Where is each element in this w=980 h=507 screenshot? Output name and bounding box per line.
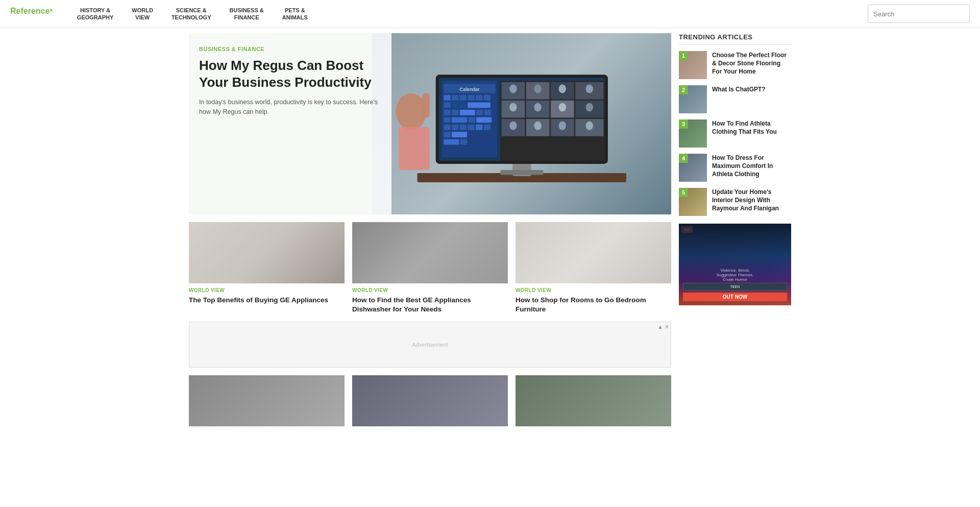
cards-grid: WORLD VIEW The Top Benefits of Buying GE… xyxy=(189,222,671,314)
svg-point-55 xyxy=(509,103,517,112)
nav-world-view[interactable]: WORLD VIEW xyxy=(122,0,162,28)
search-button[interactable]: 🔍 xyxy=(964,9,970,19)
svg-rect-11 xyxy=(468,95,474,101)
svg-rect-14 xyxy=(444,102,450,108)
svg-point-56 xyxy=(534,103,541,112)
sidebar-ad: AD Violence, Blood,Suggestive Themes,Cru… xyxy=(679,224,791,305)
hero-illustration: Calendar xyxy=(380,38,664,210)
ad-cta[interactable]: OUT NOW xyxy=(683,293,787,301)
trending-item-4[interactable]: 4 How To Dress For Maximum Comfort In At… xyxy=(679,154,791,182)
svg-point-60 xyxy=(534,122,541,130)
trending-item-3-thumb: 3 xyxy=(679,119,707,148)
search-box: 🔍 xyxy=(868,5,970,23)
card-2-image xyxy=(352,222,508,283)
trending-text-3: How To Find Athleta Clothing That Fits Y… xyxy=(712,119,791,136)
site-logo[interactable]: Reference* xyxy=(10,7,53,21)
nav-science-technology[interactable]: SCIENCE & TECHNOLOGY xyxy=(162,0,220,28)
nav-history-geography[interactable]: HISTORY & GEOGRAPHY xyxy=(68,0,123,28)
main-container: BUSINESS & FINANCE How My Regus Can Boos… xyxy=(184,28,796,434)
svg-point-63 xyxy=(396,93,426,130)
sidebar-ad-inner: AD Violence, Blood,Suggestive Themes,Cru… xyxy=(679,224,791,305)
svg-rect-33 xyxy=(483,125,490,130)
svg-point-54 xyxy=(585,84,593,93)
content-area: BUSINESS & FINANCE How My Regus Can Boos… xyxy=(189,33,671,434)
card-2-title: How to Find the Best GE Appliances Dishw… xyxy=(352,296,508,314)
search-input[interactable] xyxy=(868,10,964,18)
svg-rect-21 xyxy=(459,110,475,115)
svg-text:Calendar: Calendar xyxy=(459,86,480,91)
svg-rect-22 xyxy=(476,110,483,115)
svg-rect-32 xyxy=(476,125,482,130)
bottom-cards-grid xyxy=(189,375,671,426)
bottom-card-2-image xyxy=(352,375,508,426)
svg-rect-37 xyxy=(460,139,467,145)
bottom-card-3[interactable] xyxy=(516,375,671,426)
ad-label: Advertisement xyxy=(412,342,448,348)
svg-point-61 xyxy=(558,122,566,130)
svg-rect-65 xyxy=(422,93,429,117)
trending-num-2: 2 xyxy=(679,85,688,94)
card-2-category: WORLD VIEW xyxy=(352,287,508,293)
trending-item-1-thumb: 1 xyxy=(679,51,707,79)
hero-description: In today's business world, productivity … xyxy=(199,98,381,117)
svg-rect-36 xyxy=(444,139,459,145)
nav-pets-animals[interactable]: PETS & ANIMALS xyxy=(273,0,317,28)
svg-rect-9 xyxy=(452,95,458,101)
svg-rect-13 xyxy=(483,95,490,101)
svg-point-53 xyxy=(558,84,566,93)
ad-rating: TEEN xyxy=(683,283,787,291)
svg-rect-29 xyxy=(452,125,458,130)
main-nav: HISTORY & GEOGRAPHY WORLD VIEW SCIENCE &… xyxy=(68,0,868,28)
svg-rect-23 xyxy=(484,110,491,115)
hero-image-placeholder: Calendar xyxy=(372,33,671,214)
svg-point-62 xyxy=(585,122,593,130)
card-1[interactable]: WORLD VIEW The Top Benefits of Buying GE… xyxy=(189,222,345,314)
bottom-card-1[interactable] xyxy=(189,375,345,426)
trending-num-5: 5 xyxy=(679,188,688,197)
ad-close-button[interactable]: ▲ ✕ xyxy=(657,324,669,330)
hero-section[interactable]: BUSINESS & FINANCE How My Regus Can Boos… xyxy=(189,33,671,214)
svg-rect-64 xyxy=(399,127,429,170)
logo-symbol: * xyxy=(50,7,52,15)
svg-rect-15 xyxy=(452,102,458,108)
svg-point-57 xyxy=(558,103,566,112)
card-3[interactable]: WORLD VIEW How to Shop for Rooms to Go B… xyxy=(516,222,671,314)
ad-content-warning: Violence, Blood,Suggestive Themes,Crude … xyxy=(683,268,787,282)
svg-rect-19 xyxy=(444,110,450,115)
trending-item-1[interactable]: 1 Choose The Perfect Floor & Decor Stone… xyxy=(679,51,791,79)
svg-rect-12 xyxy=(476,95,482,101)
card-1-image xyxy=(189,222,345,283)
hero-text-overlay: BUSINESS & FINANCE How My Regus Can Boos… xyxy=(189,33,391,214)
hero-title: How My Regus Can Boost Your Business Pro… xyxy=(199,57,381,90)
svg-rect-30 xyxy=(459,125,466,130)
svg-rect-35 xyxy=(452,132,467,137)
trending-item-2[interactable]: 2 What Is ChatGPT? xyxy=(679,85,791,113)
bottom-card-3-image xyxy=(516,375,671,426)
header: Reference* HISTORY & GEOGRAPHY WORLD VIE… xyxy=(0,0,980,28)
sidebar: TRENDING ARTICLES 1 Choose The Perfect F… xyxy=(679,33,791,434)
ad-banner: Advertisement ▲ ✕ xyxy=(189,322,671,368)
hero-image: Calendar xyxy=(372,33,671,214)
trending-title: TRENDING ARTICLES xyxy=(679,33,791,45)
trending-item-5[interactable]: 5 Update Your Home's Interior Design Wit… xyxy=(679,188,791,216)
card-1-category: WORLD VIEW xyxy=(189,287,345,293)
trending-item-2-thumb: 2 xyxy=(679,85,707,113)
trending-item-4-thumb: 4 xyxy=(679,154,707,182)
svg-rect-17 xyxy=(468,102,491,108)
hero-category: BUSINESS & FINANCE xyxy=(199,46,381,52)
card-3-image xyxy=(516,222,671,283)
svg-rect-34 xyxy=(444,132,450,137)
nav-business-finance[interactable]: BUSINESS & FINANCE xyxy=(220,0,273,28)
trending-text-4: How To Dress For Maximum Comfort In Athl… xyxy=(712,154,791,179)
trending-num-3: 3 xyxy=(679,119,688,129)
svg-rect-25 xyxy=(452,117,467,123)
svg-point-59 xyxy=(509,122,517,130)
trending-item-3[interactable]: 3 How To Find Athleta Clothing That Fits… xyxy=(679,119,791,148)
trending-num-4: 4 xyxy=(679,154,688,163)
trending-text-2: What Is ChatGPT? xyxy=(712,85,766,93)
bottom-card-2[interactable] xyxy=(352,375,508,426)
svg-point-51 xyxy=(509,84,517,93)
svg-rect-26 xyxy=(468,117,475,123)
card-2[interactable]: WORLD VIEW How to Find the Best GE Appli… xyxy=(352,222,508,314)
svg-rect-28 xyxy=(444,125,450,130)
